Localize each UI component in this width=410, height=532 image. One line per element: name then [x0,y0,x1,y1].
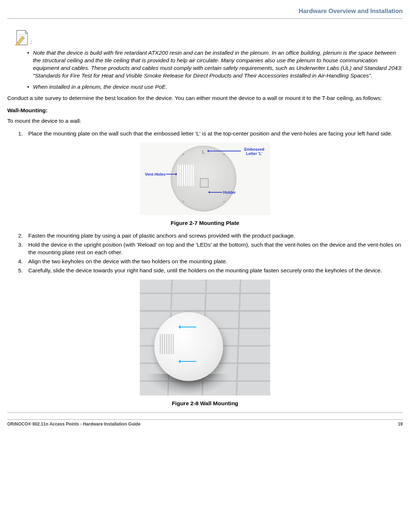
footer-page-number: 19 [398,421,403,427]
header-rule [7,18,403,19]
label-embossed-l: Embossed Letter 'L' [242,147,267,156]
bullet-marker: • [27,49,33,80]
note-bullet-2: • When installed in a plenum, the device… [27,83,403,91]
step-2: 2. Fasten the mounting plate by using a … [18,232,403,240]
bullet-marker: • [27,83,33,91]
step-number: 5. [18,267,28,275]
note-bullet-2-text: When installed in a plenum, the device m… [33,83,167,91]
label-holder: Holder [223,190,236,195]
step-number: 4. [18,258,28,265]
wall-mount-illustration [140,280,270,395]
page-footer: ORiNOCO® 802.11n Access Points - Hardwar… [7,419,403,427]
note-bullets: • Note that the device is build with fir… [27,49,403,91]
footer-doc-title: ORiNOCO® 802.11n Access Points - Hardwar… [7,421,141,427]
note-bullet-1: • Note that the device is build with fir… [27,49,403,80]
note-icon: : [14,30,403,46]
footer-rule-top [7,412,403,413]
step-4: 4. Align the two keyholes on the device … [18,258,403,265]
mounting-plate-illustration: L Embossed Letter 'L' Vent-Holes Holder [140,143,270,215]
step-2-text: Fasten the mounting plate by using a pai… [28,232,295,240]
page-header-title: Hardware Overview and Installation [7,7,403,16]
intro-paragraph: Conduct a site survey to determine the b… [7,95,403,102]
step-5: 5. Carefully, slide the device towards y… [18,267,403,275]
figure-2-8-caption: Figure 2-8 Wall Mounting [7,400,403,407]
step-1-text: Place the mounting plate on the wall suc… [28,130,392,138]
step-4-text: Align the two keyholes on the device wit… [28,258,227,265]
figure-2-7: L Embossed Letter 'L' Vent-Holes Holder [7,143,403,217]
figure-2-8 [7,280,403,398]
step-number: 1. [18,130,28,138]
wall-mounting-heading: Wall-Mounting: [7,107,403,114]
step-number: 3. [18,241,28,256]
step-1: 1. Place the mounting plate on the wall … [18,130,403,138]
note-bullet-1-text: Note that the device is build with fire … [33,49,403,80]
figure-2-7-caption: Figure 2-7 Mounting Plate [7,219,403,227]
note-colon: : [30,39,32,45]
label-vent-holes: Vent-Holes [145,172,166,177]
step-number: 2. [18,232,28,240]
wall-mounting-lead: To mount the device to a wall: [7,117,403,125]
step-3-text: Hold the device in the upright position … [28,241,403,256]
step-3: 3. Hold the device in the upright positi… [18,241,403,256]
step-5-text: Carefully, slide the device towards your… [28,267,382,275]
